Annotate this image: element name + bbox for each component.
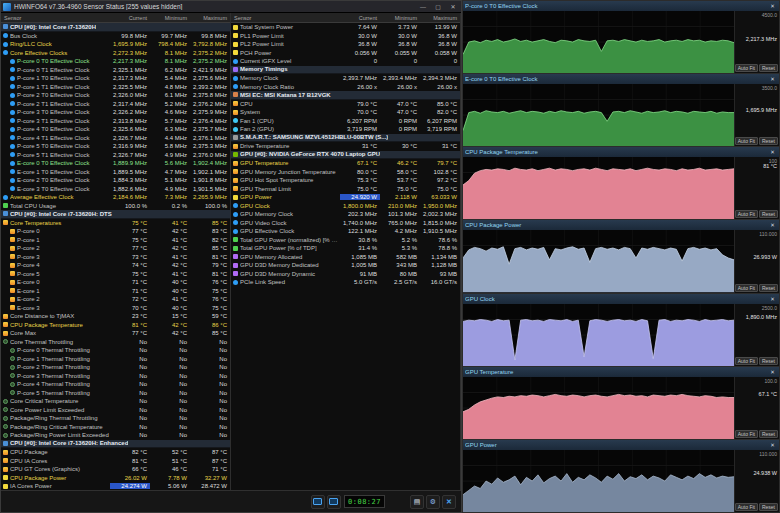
sensor-row[interactable]: GPU Memory Allocated1,085 MB582 MB1,134 … (231, 253, 460, 262)
graph-titlebar[interactable]: E-core 0 T0 Effective Clock✕ (463, 74, 779, 84)
sensor-section-row[interactable]: S.M.A.R.T.: SAMSUNG MZVL4512HBLU-00BTW (… (231, 134, 460, 143)
close-icon[interactable]: ✕ (768, 76, 777, 82)
sensor-row[interactable]: Ring/LLC Clock1,695.9 MHz798.4 MHz3,792.… (1, 40, 230, 49)
sensor-row[interactable]: Package/Ring Power Limit ExceededNoNoNo (1, 431, 230, 440)
sensor-row[interactable]: CPU Package Power26.02 W7.78 W32.27 W (1, 474, 230, 483)
sensor-row[interactable]: GPU Video Clock1,740.0 MHz765.0 MHz1,815… (231, 219, 460, 228)
sensor-row[interactable]: Total GPU Power [% of TDP]31.4 %5.3 %78.… (231, 244, 460, 253)
sensor-row[interactable]: P-core 2 Thermal ThrottlingNoNoNo (1, 363, 230, 372)
sensor-row[interactable]: Drive Temperature31 °C30 °C31 °C (231, 142, 460, 151)
sensor-row[interactable]: P-core 5 Thermal ThrottlingNoNoNo (1, 389, 230, 398)
sensor-row[interactable]: P-core 4 T1 Effective Clock2,326.7 MHz4.… (1, 134, 230, 143)
auto-fit-button[interactable]: Auto Fit (735, 284, 758, 292)
sensor-row[interactable]: Core Critical TemperatureNoNoNo (1, 397, 230, 406)
sensor-row[interactable]: P-core 175 °C41 °C82 °C (1, 236, 230, 245)
sensor-row[interactable]: P-core 277 °C42 °C85 °C (1, 244, 230, 253)
sensor-row[interactable]: CPU IA Cores81 °C51 °C87 °C (1, 457, 230, 466)
auto-fit-button[interactable]: Auto Fit (735, 357, 758, 365)
sensor-row[interactable]: GPU D3D Memory Dynamic91 MB80 MB93 MB (231, 270, 460, 279)
sensor-row[interactable]: E-core 3 T0 Effective Clock1,882.6 MHz4.… (1, 185, 230, 194)
monitor-button-1[interactable] (311, 495, 325, 509)
sensor-row[interactable]: P-core 1 T0 Effective Clock2,317.3 MHz5.… (1, 74, 230, 83)
graph-titlebar[interactable]: CPU Package Power✕ (463, 220, 779, 230)
sensor-row[interactable]: PL1 Power Limit30.0 W30.0 W36.8 W (231, 32, 460, 41)
auto-fit-button[interactable]: Auto Fit (735, 430, 758, 438)
sensor-row[interactable]: P-core 5 T1 Effective Clock2,326.7 MHz4.… (1, 151, 230, 160)
sensor-row[interactable]: PCIe Link Speed5.0 GT/s2.5 GT/s16.0 GT/s (231, 278, 460, 287)
reset-button[interactable]: Reset (759, 430, 778, 438)
sensor-row[interactable]: GPU Effective Clock122.1 MHz4.2 MHz1,910… (231, 227, 460, 236)
auto-fit-button[interactable]: Auto Fit (735, 503, 758, 511)
sensor-row[interactable]: P-core 474 °C42 °C79 °C (1, 261, 230, 270)
sensor-row[interactable]: GPU Clock1,800.0 MHz210.0 MHz1,950.0 MHz (231, 202, 460, 211)
close-icon[interactable]: ✕ (768, 296, 777, 302)
minimize-button[interactable]: — (417, 2, 429, 12)
sensor-row[interactable]: P-core 077 °C42 °C83 °C (1, 227, 230, 236)
close-icon[interactable]: ✕ (768, 149, 777, 155)
sensor-row[interactable]: P-core 4 T0 Effective Clock2,325.6 MHz6.… (1, 125, 230, 134)
sensor-row[interactable]: E-core 1 T0 Effective Clock1,889.5 MHz4.… (1, 168, 230, 177)
sensor-row[interactable]: CPU79.0 °C47.0 °C85.0 °C (231, 100, 460, 109)
close-window-button[interactable]: ✕ (447, 2, 459, 12)
sensor-row[interactable]: GPU D3D Memory Dedicated1,005 MB343 MB1,… (231, 261, 460, 270)
sensor-row[interactable]: Core Max77 °C42 °C85 °C (1, 329, 230, 338)
reset-button[interactable]: Reset (759, 210, 778, 218)
close-icon[interactable]: ✕ (768, 369, 777, 375)
window-titlebar[interactable]: HWiNFO64 v7.36-4960 Sensor Status [255 v… (1, 1, 461, 13)
sensor-row[interactable]: CPU Package Temperature81 °C42 °C86 °C (1, 321, 230, 330)
sensor-row[interactable]: E-core 0 T0 Effective Clock1,889.9 MHz5.… (1, 159, 230, 168)
sensor-row[interactable]: CPU GT Cores (Graphics)66 °C46 °C71 °C (1, 465, 230, 474)
monitor-button-2[interactable] (327, 495, 341, 509)
sensor-row[interactable]: P-core 3 Thermal ThrottlingNoNoNo (1, 372, 230, 381)
sensor-row[interactable]: Core Effective Clocks2,272.3 MHz8.1 MHz2… (1, 49, 230, 58)
sensor-section-row[interactable]: MSI EC: MSI Katana 17 B12VGK (231, 91, 460, 100)
sensor-row[interactable]: P-core 0 T0 Effective Clock2,217.3 MHz8.… (1, 57, 230, 66)
sensor-row[interactable]: Current iGFX Level000 (231, 57, 460, 66)
sensor-row[interactable]: E-core 071 °C40 °C76 °C (1, 278, 230, 287)
sensor-row[interactable]: PL2 Power Limit36.8 W36.8 W36.8 W (231, 40, 460, 49)
reset-button[interactable]: Reset (759, 64, 778, 72)
sensor-row[interactable]: System70.0 °C47.0 °C82.0 °C (231, 108, 460, 117)
sensor-row[interactable]: Memory Clock2,393.7 MHz2,393.4 MHz2,394.… (231, 74, 460, 83)
sensor-row[interactable]: GPU Temperature67.1 °C46.2 °C79.7 °C (231, 159, 460, 168)
sensor-row[interactable]: E-core 272 °C41 °C76 °C (1, 295, 230, 304)
maximize-button[interactable]: ▢ (432, 2, 444, 12)
reset-button[interactable]: Reset (759, 284, 778, 292)
sensor-row[interactable]: GPU Memory Junction Temperature80.0 °C58… (231, 168, 460, 177)
sensor-row[interactable]: Fan 2 (GPU)3,719 RPM0 RPM3,719 RPM (231, 125, 460, 134)
sensor-section-row[interactable]: Memory Timings (231, 66, 460, 75)
sensor-row[interactable]: Package/Ring Thermal ThrottlingNoNoNo (1, 414, 230, 423)
graph-titlebar[interactable]: GPU Power✕ (463, 440, 779, 450)
sensor-row[interactable]: P-core 3 T1 Effective Clock2,313.8 MHz5.… (1, 117, 230, 126)
close-sensors-button[interactable]: ✕ (442, 495, 456, 509)
sensor-row[interactable]: GPU Thermal Limit75.0 °C75.0 °C75.0 °C (231, 185, 460, 194)
graph-titlebar[interactable]: CPU Package Temperature✕ (463, 147, 779, 157)
sensor-row[interactable]: P-core 3 T0 Effective Clock2,326.2 MHz4.… (1, 108, 230, 117)
sensor-section-row[interactable]: GPU [#0]: NVIDIA GeForce RTX 4070 Laptop… (231, 151, 460, 160)
reset-button[interactable]: Reset (759, 137, 778, 145)
sensor-row[interactable]: P-core 4 Thermal ThrottlingNoNoNo (1, 380, 230, 389)
sensor-row[interactable]: Package/Ring Critical TemperatureNoNoNo (1, 423, 230, 432)
sensor-row[interactable]: Core Temperatures75 °C41 °C85 °C (1, 219, 230, 228)
auto-fit-button[interactable]: Auto Fit (735, 64, 758, 72)
sensor-row[interactable]: Total CPU Usage100.0 %0.2 %100.0 % (1, 202, 230, 211)
sensor-row[interactable]: P-core 0 T1 Effective Clock2,325.1 MHz6.… (1, 66, 230, 75)
sensor-row[interactable]: P-core 2 T0 Effective Clock2,326.0 MHz6.… (1, 91, 230, 100)
close-icon[interactable]: ✕ (768, 3, 777, 9)
sensor-row[interactable]: P-core 373 °C41 °C81 °C (1, 253, 230, 262)
sensor-row[interactable]: Bus Clock99.8 MHz99.7 MHz99.8 MHz (1, 32, 230, 41)
graph-titlebar[interactable]: P-core 0 T0 Effective Clock✕ (463, 1, 779, 11)
sensor-row[interactable]: GPU Power24.920 W2.118 W63.033 W (231, 193, 460, 202)
sensor-row[interactable]: E-core 2 T0 Effective Clock1,884.3 MHz5.… (1, 176, 230, 185)
auto-fit-button[interactable]: Auto Fit (735, 210, 758, 218)
sensor-row[interactable]: Core Distance to TjMAX23 °C15 °C59 °C (1, 312, 230, 321)
settings-button[interactable]: ⚙ (426, 495, 440, 509)
sensor-row[interactable]: P-core 1 T1 Effective Clock2,325.5 MHz4.… (1, 83, 230, 92)
sensor-row[interactable]: PCH Power0.056 W0.055 W0.058 W (231, 49, 460, 58)
sensor-row[interactable]: E-core 171 °C40 °C75 °C (1, 287, 230, 296)
sensor-section-row[interactable]: CPU [#0]: Intel Core i7-13620H (1, 23, 230, 32)
sensor-row[interactable]: IA Cores Power24.274 W5.06 W28.472 W (1, 482, 230, 490)
sensor-row[interactable]: P-core 0 Thermal ThrottlingNoNoNo (1, 346, 230, 355)
sensor-row[interactable]: Fan 1 (CPU)6,207 RPM0 RPM6,207 RPM (231, 117, 460, 126)
report-button[interactable]: ▤ (410, 495, 424, 509)
